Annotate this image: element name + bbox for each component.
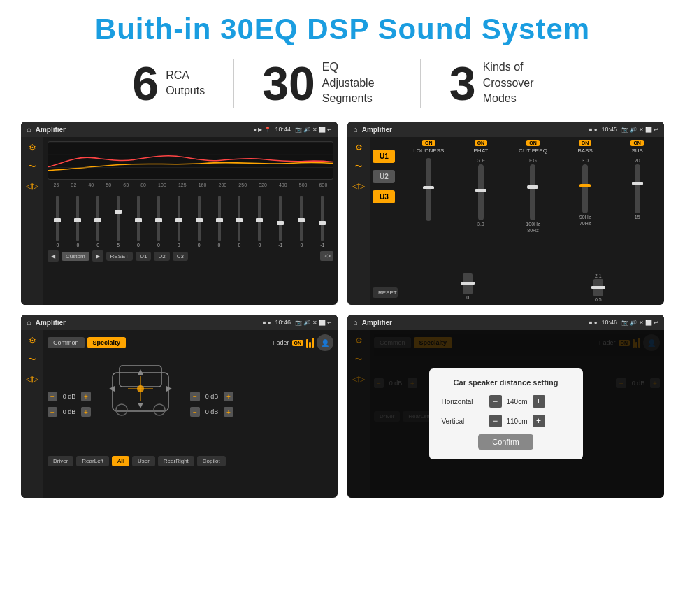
crossover-filter-icon[interactable]: ⚙: [355, 143, 363, 152]
eq-thumb-2[interactable]: [74, 218, 81, 222]
eq-thumb-10[interactable]: [236, 218, 243, 222]
u1-button[interactable]: U1: [373, 150, 395, 163]
eq-track-3[interactable]: [96, 196, 99, 241]
eq-thumb-7[interactable]: [175, 218, 182, 222]
vol-minus-3[interactable]: −: [190, 392, 200, 401]
rearright-btn[interactable]: RearRight: [158, 456, 194, 466]
cutfreq-label: CUT FREQ: [519, 148, 547, 154]
eq-u1-btn[interactable]: U1: [136, 252, 151, 261]
rearleft-btn[interactable]: RearLeft: [76, 456, 109, 466]
phat-small-slider[interactable]: [593, 279, 603, 296]
eq-prev-btn[interactable]: ◀: [48, 250, 59, 262]
eq-u3-btn[interactable]: U3: [173, 252, 188, 261]
eq-thumb-5[interactable]: [135, 218, 142, 222]
crossover-vol-icon[interactable]: ◁▷: [352, 181, 365, 191]
eq-u2-btn[interactable]: U2: [154, 252, 169, 261]
eq-track-1[interactable]: [56, 196, 59, 241]
profile-icon[interactable]: 👤: [317, 334, 333, 351]
loudness-slider[interactable]: [426, 158, 431, 221]
vertical-plus-btn[interactable]: +: [533, 415, 545, 427]
vol-plus-1[interactable]: +: [81, 392, 91, 401]
vol-minus-1[interactable]: −: [48, 392, 57, 401]
eq-thumb-1[interactable]: [54, 218, 61, 222]
sub-thumb[interactable]: [632, 182, 643, 185]
loudness-thumb[interactable]: [423, 186, 434, 189]
eq-track-9[interactable]: [218, 196, 221, 241]
tab-common[interactable]: Common: [48, 337, 85, 348]
eq-track-14[interactable]: [321, 196, 324, 241]
eq-thumb-9[interactable]: [216, 218, 223, 222]
eq-track-2[interactable]: [76, 196, 79, 241]
dialog-home-icon[interactable]: ⌂: [353, 318, 358, 327]
vol-plus-4[interactable]: +: [224, 407, 233, 417]
eq-thumb-14[interactable]: [319, 221, 326, 225]
horizontal-plus-btn[interactable]: +: [533, 395, 545, 408]
eq-track-6[interactable]: [157, 196, 160, 241]
eq-custom-btn[interactable]: Custom: [62, 252, 89, 261]
speaker-vol-icon[interactable]: ◁▷: [26, 374, 38, 384]
u3-button[interactable]: U3: [373, 190, 395, 203]
eq-track-8[interactable]: [198, 196, 201, 241]
eq-thumb-13[interactable]: [298, 218, 305, 222]
bass-label: BASS: [577, 148, 592, 154]
phat-small-thumb[interactable]: [591, 286, 605, 289]
u2-button[interactable]: U2: [373, 170, 395, 183]
horizontal-minus-btn[interactable]: −: [489, 395, 502, 408]
vertical-minus-btn[interactable]: −: [489, 415, 502, 427]
eq-vol-icon[interactable]: ◁▷: [26, 181, 38, 191]
stat-rca-label: RCAOutputs: [166, 68, 205, 99]
vol-plus-2[interactable]: +: [81, 407, 91, 417]
eq-val-5: 0: [137, 243, 140, 248]
eq-expand-btn[interactable]: >>: [320, 251, 333, 261]
eq-thumb-4[interactable]: [115, 210, 122, 214]
speaker-filter-icon[interactable]: ⚙: [29, 336, 36, 345]
loudness-small-thumb[interactable]: [461, 282, 475, 285]
eq-track-13[interactable]: [300, 196, 303, 241]
phat-slider[interactable]: [478, 164, 484, 220]
crossover-home-icon[interactable]: ⌂: [353, 125, 358, 134]
eq-track-4[interactable]: [117, 196, 120, 241]
loudness-small-slider[interactable]: [463, 273, 473, 294]
eq-track-5[interactable]: [137, 196, 140, 241]
eq-thumb-11[interactable]: [256, 218, 263, 222]
crossover-reset-btn[interactable]: RESET: [373, 287, 398, 298]
eq-track-12[interactable]: [279, 196, 282, 241]
eq-thumb-12[interactable]: [277, 221, 284, 225]
vol-minus-4[interactable]: −: [190, 407, 200, 417]
vol-plus-3[interactable]: +: [224, 392, 233, 401]
crossover-status-bar: ⌂ Amplifier ■ ● 10:45 📷 🔊 ✕ ⬜ ↩: [347, 122, 664, 137]
eq-reset-btn[interactable]: RESET: [106, 252, 134, 261]
all-btn[interactable]: All: [112, 456, 129, 466]
speaker-home-icon[interactable]: ⌂: [27, 318, 31, 327]
home-icon[interactable]: ⌂: [27, 125, 31, 134]
eq-track-10[interactable]: [238, 196, 240, 241]
sub-label: SUB: [631, 148, 642, 154]
eq-track-7[interactable]: [178, 196, 180, 241]
copilot-btn[interactable]: Copilot: [197, 456, 226, 466]
cutfreq-thumb[interactable]: [527, 185, 538, 189]
eq-filter-icon[interactable]: ⚙: [29, 143, 36, 152]
speaker-wave-icon[interactable]: 〜: [28, 354, 36, 366]
eq-val-4: 5: [117, 243, 120, 248]
confirm-button[interactable]: Confirm: [478, 434, 533, 450]
cutfreq-slider[interactable]: [530, 164, 535, 220]
vol-minus-2[interactable]: −: [48, 407, 57, 417]
phat-thumb[interactable]: [475, 189, 486, 192]
cutfreq-labels: F G: [529, 158, 537, 163]
eq-next-btn[interactable]: ▶: [92, 250, 103, 262]
driver-btn[interactable]: Driver: [48, 456, 73, 466]
crossover-wave-icon[interactable]: 〜: [354, 161, 363, 173]
eq-thumb-8[interactable]: [196, 218, 203, 222]
eq-thumb-6[interactable]: [155, 218, 162, 222]
bass-thumb[interactable]: [579, 184, 591, 187]
eq-wave-icon[interactable]: 〜: [28, 161, 36, 173]
eq-track-11[interactable]: [258, 196, 261, 241]
sub-slider[interactable]: [635, 164, 640, 213]
crossover-content: ⚙ 〜 ◁▷ U1 U2 U3 RESET ON LOUDN: [347, 137, 664, 305]
user-btn[interactable]: User: [132, 456, 155, 466]
tab-specialty[interactable]: Specialty: [87, 337, 127, 348]
page-title: Buith-in 30EQ DSP Sound System: [21, 13, 664, 46]
bass-slider[interactable]: [582, 164, 588, 213]
eq-val-8: 0: [198, 243, 201, 248]
eq-thumb-3[interactable]: [94, 218, 101, 222]
